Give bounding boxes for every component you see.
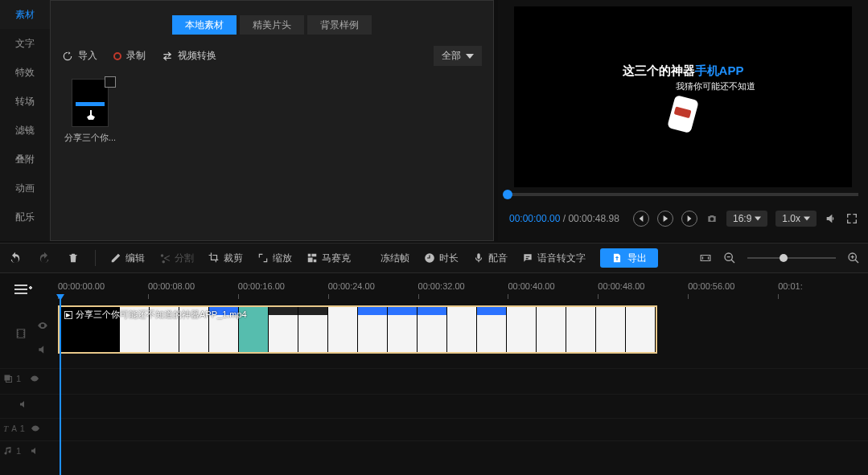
clip-label: ▸ 分享三个你可能还不知道的神器APP_1.mp4 <box>64 309 247 321</box>
preview-scrubber[interactable] <box>508 193 858 196</box>
scale-button[interactable]: 缩放 <box>257 252 292 265</box>
clock-icon <box>424 252 435 264</box>
redo-icon <box>38 252 51 264</box>
asset-toolbar: 导入 录制 视频转换 全部 <box>51 35 493 74</box>
track-gutter <box>0 281 42 475</box>
import-label: 导入 <box>78 49 97 63</box>
zoom-in-icon[interactable] <box>847 252 860 264</box>
chevron-down-icon <box>755 215 761 222</box>
time-display: 00:00:00.00 / 00:00:48.98 <box>509 213 619 224</box>
export-icon <box>611 252 623 264</box>
undo-button[interactable] <box>8 252 23 264</box>
chevron-down-icon <box>466 52 474 60</box>
rail-item-material[interactable]: 素材 <box>0 0 50 29</box>
volume-icon[interactable] <box>825 212 837 225</box>
ruler-tick: 00:00:00.00 <box>58 281 148 302</box>
mosaic-icon <box>306 252 318 264</box>
track-text[interactable]: TA A 11 <box>0 418 868 442</box>
record-label: 录制 <box>126 49 146 63</box>
rail-item-overlay[interactable]: 叠附 <box>0 145 50 174</box>
import-button[interactable]: 导入 <box>62 49 97 63</box>
edit-button[interactable]: 编辑 <box>110 252 145 265</box>
filter-dropdown[interactable]: 全部 <box>434 46 482 66</box>
rail-item-music[interactable]: 配乐 <box>0 203 50 231</box>
fit-icon[interactable] <box>699 252 712 264</box>
scrubber-knob[interactable] <box>503 190 512 199</box>
thumbnail-image <box>72 79 109 127</box>
tab-local[interactable]: 本地素材 <box>172 15 237 35</box>
fullscreen-icon[interactable] <box>845 212 858 225</box>
mosaic-button[interactable]: 马赛克 <box>306 252 351 265</box>
tab-intro[interactable]: 精美片头 <box>240 15 304 35</box>
convert-label: 视频转换 <box>178 49 216 63</box>
time-ruler[interactable]: 00:00:00.00 00:00:08.00 00:00:16.00 00:0… <box>58 281 868 302</box>
convert-button[interactable]: 视频转换 <box>162 49 216 63</box>
zoom-icon <box>257 252 269 264</box>
stt-button[interactable]: 语音转文字 <box>522 252 586 265</box>
rail-item-effects[interactable]: 特效 <box>0 58 50 87</box>
timeline: 00:00:00.00 00:00:08.00 00:00:16.00 00:0… <box>0 273 868 475</box>
zoom-out-icon[interactable] <box>723 252 736 264</box>
delete-button[interactable] <box>66 252 80 264</box>
ruler-tick: 00:00:08.00 <box>148 281 238 302</box>
scissors-icon <box>159 252 171 264</box>
edit-toolbar: 编辑 分割 裁剪 缩放 马赛克 冻结帧 时长 配音 语音转文字 导出 <box>0 243 868 273</box>
total-time: 00:00:48.98 <box>568 213 619 224</box>
clip-play-icon: ▸ <box>64 311 72 319</box>
film-icon <box>0 321 42 346</box>
dub-button[interactable]: 配音 <box>473 252 508 265</box>
rail-item-filter[interactable]: 滤镜 <box>0 116 50 145</box>
record-button[interactable]: 录制 <box>113 49 146 63</box>
freeze-button[interactable]: 冻结帧 <box>365 252 409 265</box>
zoom-slider-knob[interactable] <box>780 254 788 262</box>
track-audio[interactable]: 1 <box>0 440 868 465</box>
playhead[interactable] <box>60 299 61 475</box>
preview-graphic <box>667 94 699 133</box>
rail-item-animation[interactable]: 动画 <box>0 174 50 203</box>
duration-button[interactable]: 时长 <box>424 252 459 265</box>
preview-overlay-line2: 我猜你可能还不知道 <box>611 80 755 92</box>
preview-overlay-line1: 这三个的神器手机APP <box>623 63 744 79</box>
next-icon <box>686 215 693 222</box>
track-row-spacer <box>0 394 868 418</box>
import-icon <box>62 51 73 62</box>
chevron-down-icon <box>804 215 810 222</box>
zoom-slider[interactable] <box>747 257 836 259</box>
speed-dropdown[interactable]: 1.0x <box>775 211 817 227</box>
freeze-icon <box>365 252 376 264</box>
rail-item-transition[interactable]: 转场 <box>0 87 50 116</box>
ruler-tick: 00:00:24.00 <box>328 281 418 302</box>
asset-thumbnail[interactable]: 分享三个你... <box>62 79 118 144</box>
video-clip[interactable]: ▸ 分享三个你可能还不知道的神器APP_1.mp4 <box>58 305 657 354</box>
redo-button[interactable] <box>37 252 51 264</box>
ruler-tick: 00:00:56.00 <box>688 281 778 302</box>
edit-icon <box>110 252 121 264</box>
asset-panel: 本地素材 精美片头 背景样例 导入 录制 视频转换 全部 分享三个你... <box>50 0 494 241</box>
camera-icon[interactable] <box>706 213 718 224</box>
next-frame-button[interactable] <box>681 211 697 227</box>
ruler-tick: 00:00:16.00 <box>238 281 328 302</box>
split-button[interactable]: 分割 <box>159 252 194 265</box>
divider <box>95 250 96 266</box>
stt-icon <box>522 252 533 264</box>
ruler-tick: 00:01: <box>778 281 868 302</box>
speed-label: 1.0x <box>782 213 800 224</box>
prev-frame-button[interactable] <box>633 211 649 227</box>
play-button[interactable] <box>657 211 673 227</box>
ruler-tick: 00:00:48.00 <box>598 281 688 302</box>
aspect-label: 16:9 <box>733 213 751 224</box>
ruler-tick: 00:00:32.00 <box>418 281 508 302</box>
filter-label: 全部 <box>442 49 461 63</box>
asset-tabs: 本地素材 精美片头 背景样例 <box>51 1 493 35</box>
trash-icon <box>68 252 79 264</box>
preview-video[interactable]: 这三个的神器手机APP 我猜你可能还不知道 <box>514 6 852 187</box>
aspect-ratio-dropdown[interactable]: 16:9 <box>726 211 767 227</box>
crop-button[interactable]: 裁剪 <box>208 252 243 265</box>
convert-icon <box>162 51 173 62</box>
track-overlay[interactable]: 1 <box>0 368 868 392</box>
rail-item-text[interactable]: 文字 <box>0 29 50 58</box>
preview-panel: 这三个的神器手机APP 我猜你可能还不知道 00:00:00.00 / 00:0… <box>498 0 868 241</box>
prev-icon <box>638 215 644 222</box>
export-button[interactable]: 导出 <box>600 248 658 268</box>
tab-background[interactable]: 背景样例 <box>307 15 372 35</box>
